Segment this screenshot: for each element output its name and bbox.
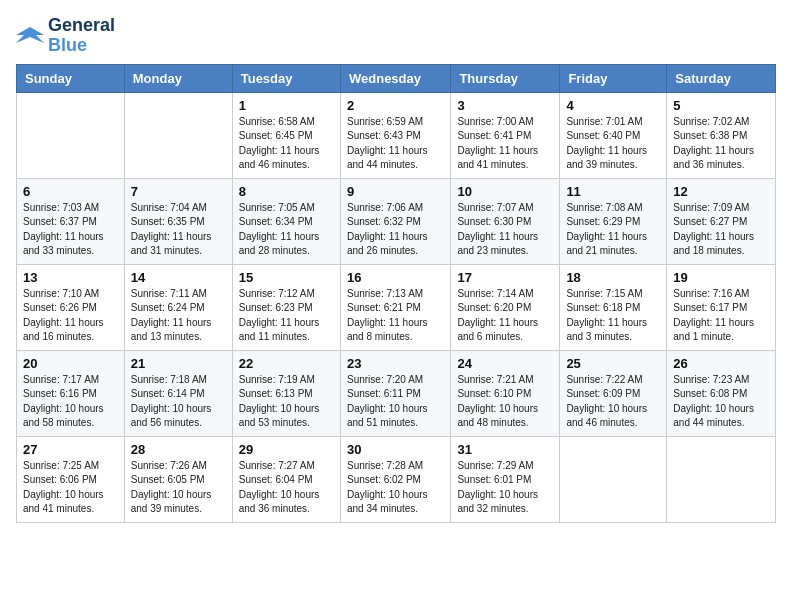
day-number: 19 [673,270,769,285]
calendar-header: SundayMondayTuesdayWednesdayThursdayFrid… [17,64,776,92]
day-number: 12 [673,184,769,199]
day-number: 14 [131,270,226,285]
day-number: 8 [239,184,334,199]
calendar-cell: 11Sunrise: 7:08 AM Sunset: 6:29 PM Dayli… [560,178,667,264]
day-info: Sunrise: 7:07 AM Sunset: 6:30 PM Dayligh… [457,201,553,259]
logo-text: General Blue [48,16,115,56]
day-info: Sunrise: 7:01 AM Sunset: 6:40 PM Dayligh… [566,115,660,173]
day-info: Sunrise: 7:04 AM Sunset: 6:35 PM Dayligh… [131,201,226,259]
day-number: 16 [347,270,444,285]
day-number: 3 [457,98,553,113]
day-number: 29 [239,442,334,457]
calendar-week-1: 1Sunrise: 6:58 AM Sunset: 6:45 PM Daylig… [17,92,776,178]
calendar-cell [124,92,232,178]
calendar-cell: 14Sunrise: 7:11 AM Sunset: 6:24 PM Dayli… [124,264,232,350]
calendar-cell: 26Sunrise: 7:23 AM Sunset: 6:08 PM Dayli… [667,350,776,436]
weekday-header-friday: Friday [560,64,667,92]
weekday-header-sunday: Sunday [17,64,125,92]
page-header: General Blue [16,16,776,56]
calendar-cell: 29Sunrise: 7:27 AM Sunset: 6:04 PM Dayli… [232,436,340,522]
weekday-header-tuesday: Tuesday [232,64,340,92]
calendar-cell: 6Sunrise: 7:03 AM Sunset: 6:37 PM Daylig… [17,178,125,264]
calendar-cell: 1Sunrise: 6:58 AM Sunset: 6:45 PM Daylig… [232,92,340,178]
day-number: 27 [23,442,118,457]
day-number: 22 [239,356,334,371]
calendar-cell: 21Sunrise: 7:18 AM Sunset: 6:14 PM Dayli… [124,350,232,436]
day-number: 23 [347,356,444,371]
day-number: 2 [347,98,444,113]
day-number: 20 [23,356,118,371]
weekday-header-monday: Monday [124,64,232,92]
calendar-cell: 3Sunrise: 7:00 AM Sunset: 6:41 PM Daylig… [451,92,560,178]
calendar-cell: 22Sunrise: 7:19 AM Sunset: 6:13 PM Dayli… [232,350,340,436]
day-info: Sunrise: 7:03 AM Sunset: 6:37 PM Dayligh… [23,201,118,259]
calendar-table: SundayMondayTuesdayWednesdayThursdayFrid… [16,64,776,523]
day-number: 6 [23,184,118,199]
day-number: 18 [566,270,660,285]
calendar-week-2: 6Sunrise: 7:03 AM Sunset: 6:37 PM Daylig… [17,178,776,264]
calendar-cell: 7Sunrise: 7:04 AM Sunset: 6:35 PM Daylig… [124,178,232,264]
day-info: Sunrise: 7:21 AM Sunset: 6:10 PM Dayligh… [457,373,553,431]
day-number: 13 [23,270,118,285]
calendar-cell: 30Sunrise: 7:28 AM Sunset: 6:02 PM Dayli… [340,436,450,522]
logo-icon [16,25,44,47]
calendar-cell: 9Sunrise: 7:06 AM Sunset: 6:32 PM Daylig… [340,178,450,264]
day-number: 7 [131,184,226,199]
day-number: 15 [239,270,334,285]
day-number: 5 [673,98,769,113]
calendar-body: 1Sunrise: 6:58 AM Sunset: 6:45 PM Daylig… [17,92,776,522]
calendar-week-4: 20Sunrise: 7:17 AM Sunset: 6:16 PM Dayli… [17,350,776,436]
calendar-cell: 15Sunrise: 7:12 AM Sunset: 6:23 PM Dayli… [232,264,340,350]
day-info: Sunrise: 7:22 AM Sunset: 6:09 PM Dayligh… [566,373,660,431]
day-number: 17 [457,270,553,285]
calendar-cell [560,436,667,522]
day-number: 4 [566,98,660,113]
day-info: Sunrise: 7:28 AM Sunset: 6:02 PM Dayligh… [347,459,444,517]
calendar-cell: 2Sunrise: 6:59 AM Sunset: 6:43 PM Daylig… [340,92,450,178]
day-info: Sunrise: 7:23 AM Sunset: 6:08 PM Dayligh… [673,373,769,431]
calendar-cell [667,436,776,522]
calendar-cell: 16Sunrise: 7:13 AM Sunset: 6:21 PM Dayli… [340,264,450,350]
calendar-cell: 28Sunrise: 7:26 AM Sunset: 6:05 PM Dayli… [124,436,232,522]
weekday-header-saturday: Saturday [667,64,776,92]
day-info: Sunrise: 7:18 AM Sunset: 6:14 PM Dayligh… [131,373,226,431]
calendar-cell: 27Sunrise: 7:25 AM Sunset: 6:06 PM Dayli… [17,436,125,522]
calendar-cell: 17Sunrise: 7:14 AM Sunset: 6:20 PM Dayli… [451,264,560,350]
calendar-week-3: 13Sunrise: 7:10 AM Sunset: 6:26 PM Dayli… [17,264,776,350]
day-number: 24 [457,356,553,371]
day-info: Sunrise: 7:05 AM Sunset: 6:34 PM Dayligh… [239,201,334,259]
day-info: Sunrise: 6:58 AM Sunset: 6:45 PM Dayligh… [239,115,334,173]
weekday-header-wednesday: Wednesday [340,64,450,92]
calendar-cell: 20Sunrise: 7:17 AM Sunset: 6:16 PM Dayli… [17,350,125,436]
calendar-cell: 12Sunrise: 7:09 AM Sunset: 6:27 PM Dayli… [667,178,776,264]
calendar-cell: 13Sunrise: 7:10 AM Sunset: 6:26 PM Dayli… [17,264,125,350]
calendar-cell: 31Sunrise: 7:29 AM Sunset: 6:01 PM Dayli… [451,436,560,522]
day-number: 10 [457,184,553,199]
calendar-cell: 19Sunrise: 7:16 AM Sunset: 6:17 PM Dayli… [667,264,776,350]
day-info: Sunrise: 7:13 AM Sunset: 6:21 PM Dayligh… [347,287,444,345]
logo: General Blue [16,16,115,56]
calendar-cell: 18Sunrise: 7:15 AM Sunset: 6:18 PM Dayli… [560,264,667,350]
calendar-cell: 24Sunrise: 7:21 AM Sunset: 6:10 PM Dayli… [451,350,560,436]
day-info: Sunrise: 6:59 AM Sunset: 6:43 PM Dayligh… [347,115,444,173]
day-number: 26 [673,356,769,371]
day-info: Sunrise: 7:17 AM Sunset: 6:16 PM Dayligh… [23,373,118,431]
day-number: 30 [347,442,444,457]
calendar-cell: 8Sunrise: 7:05 AM Sunset: 6:34 PM Daylig… [232,178,340,264]
calendar-cell: 4Sunrise: 7:01 AM Sunset: 6:40 PM Daylig… [560,92,667,178]
calendar-week-5: 27Sunrise: 7:25 AM Sunset: 6:06 PM Dayli… [17,436,776,522]
day-info: Sunrise: 7:11 AM Sunset: 6:24 PM Dayligh… [131,287,226,345]
calendar-cell: 25Sunrise: 7:22 AM Sunset: 6:09 PM Dayli… [560,350,667,436]
calendar-cell: 23Sunrise: 7:20 AM Sunset: 6:11 PM Dayli… [340,350,450,436]
day-info: Sunrise: 7:15 AM Sunset: 6:18 PM Dayligh… [566,287,660,345]
day-info: Sunrise: 7:10 AM Sunset: 6:26 PM Dayligh… [23,287,118,345]
day-info: Sunrise: 7:09 AM Sunset: 6:27 PM Dayligh… [673,201,769,259]
day-number: 11 [566,184,660,199]
weekday-header-row: SundayMondayTuesdayWednesdayThursdayFrid… [17,64,776,92]
day-number: 21 [131,356,226,371]
day-info: Sunrise: 7:08 AM Sunset: 6:29 PM Dayligh… [566,201,660,259]
day-info: Sunrise: 7:06 AM Sunset: 6:32 PM Dayligh… [347,201,444,259]
day-info: Sunrise: 7:16 AM Sunset: 6:17 PM Dayligh… [673,287,769,345]
day-info: Sunrise: 7:27 AM Sunset: 6:04 PM Dayligh… [239,459,334,517]
day-number: 25 [566,356,660,371]
